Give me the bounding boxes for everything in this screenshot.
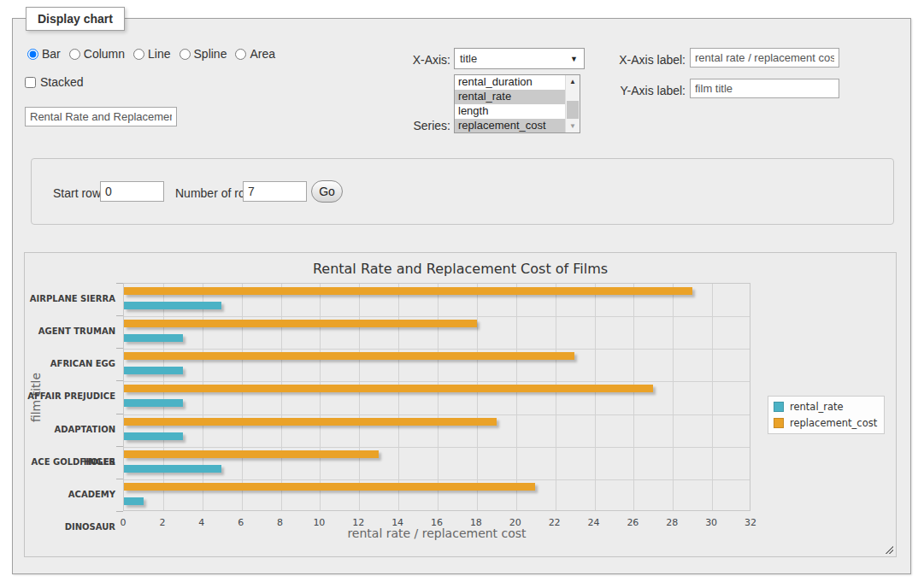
x-axis-caption: X-Axis: bbox=[389, 53, 450, 67]
x-axis-label-input[interactable] bbox=[690, 48, 839, 68]
chart-type-radio-line[interactable] bbox=[133, 49, 144, 60]
chart-type-option-spline: Spline bbox=[180, 47, 227, 61]
chevron-down-icon: ▼ bbox=[570, 55, 578, 63]
x-axis-select[interactable]: title ▼ bbox=[454, 48, 585, 69]
x-axis-selected-value: title bbox=[460, 52, 477, 65]
bar-replacement_cost-4 bbox=[124, 418, 497, 426]
gridline-v bbox=[633, 284, 634, 510]
y-axis-tick-mark bbox=[116, 380, 123, 381]
start-row-input[interactable] bbox=[100, 181, 164, 202]
bar-rental_rate-5 bbox=[124, 465, 221, 473]
gridline-v bbox=[595, 284, 596, 510]
bar-replacement_cost-2 bbox=[124, 352, 574, 360]
legend-label: replacement_cost bbox=[790, 417, 877, 429]
chart-type-label: Spline bbox=[194, 47, 227, 61]
chart-type-option-line: Line bbox=[133, 47, 170, 61]
bar-rental_rate-1 bbox=[124, 334, 183, 342]
chart-type-radio-spline[interactable] bbox=[180, 49, 191, 60]
legend-label: rental_rate bbox=[790, 401, 844, 413]
scrollbar-thumb[interactable] bbox=[567, 101, 579, 119]
resize-handle-icon[interactable] bbox=[884, 544, 893, 554]
y-axis-tick-mark bbox=[116, 348, 123, 349]
series-option-rental_duration[interactable]: rental_duration bbox=[455, 75, 565, 90]
stacked-checkbox[interactable] bbox=[25, 77, 36, 88]
series-options: rental_durationrental_ratelengthreplacem… bbox=[455, 75, 565, 132]
gridline-v bbox=[438, 284, 438, 510]
y-axis-tick-mark bbox=[116, 511, 123, 512]
chart-type-radio-area[interactable] bbox=[235, 49, 246, 60]
start-row-label: Start row: bbox=[53, 186, 104, 200]
chart-type-option-column: Column bbox=[69, 47, 125, 61]
category-label: AFRICAN EGG bbox=[26, 348, 115, 380]
category-label: AGENT TRUMAN bbox=[26, 315, 115, 348]
chart-type-label: Bar bbox=[42, 47, 61, 61]
bar-replacement_cost-1 bbox=[124, 320, 477, 327]
gridline-h bbox=[124, 447, 750, 448]
bar-replacement_cost-3 bbox=[124, 385, 653, 392]
y-axis-label-caption: Y-Axis label: bbox=[607, 84, 686, 97]
chart-type-label: Line bbox=[148, 47, 170, 61]
gridline-v bbox=[242, 284, 243, 510]
bar-rental_rate-4 bbox=[124, 432, 183, 440]
scroll-up-icon[interactable]: ▲ bbox=[566, 75, 580, 88]
gridline-v bbox=[477, 284, 478, 510]
gridline-h bbox=[124, 414, 750, 415]
series-option-replacement_cost[interactable]: replacement_cost bbox=[455, 119, 565, 132]
bar-rental_rate-2 bbox=[124, 367, 183, 374]
bar-rental_rate-6 bbox=[124, 497, 144, 505]
gridline-v bbox=[359, 284, 360, 510]
y-axis-tick-mark bbox=[116, 315, 123, 316]
scroll-down-icon[interactable]: ▼ bbox=[566, 120, 580, 132]
chart-x-axis-title: rental rate / replacement cost bbox=[123, 526, 750, 540]
gridline-v bbox=[516, 284, 517, 510]
bar-replacement_cost-5 bbox=[124, 450, 379, 458]
series-option-length[interactable]: length bbox=[455, 104, 565, 119]
series-multiselect[interactable]: rental_durationrental_ratelengthreplacem… bbox=[454, 74, 580, 133]
bar-replacement_cost-6 bbox=[124, 483, 535, 491]
gridline-v bbox=[320, 284, 321, 510]
y-axis-tick-mark bbox=[116, 283, 123, 284]
go-button[interactable]: Go bbox=[311, 180, 343, 203]
series-option-rental_rate[interactable]: rental_rate bbox=[455, 90, 565, 104]
y-axis-tick-mark bbox=[116, 414, 123, 414]
series-caption: Series: bbox=[389, 119, 450, 132]
chart-type-option-bar: Bar bbox=[27, 47, 61, 61]
chart-type-radio-column[interactable] bbox=[69, 49, 80, 60]
gridline-v bbox=[673, 284, 674, 510]
category-label: ADAPTATION HOLES bbox=[26, 414, 115, 446]
chart-legend: rental_ratereplacement_cost bbox=[768, 396, 885, 434]
bar-rental_rate-0 bbox=[124, 302, 221, 309]
gridline-v bbox=[163, 284, 164, 510]
gridline-v bbox=[203, 284, 203, 510]
chart-container: Rental Rate and Replacement Cost of Film… bbox=[24, 252, 897, 557]
category-label: AFFAIR PREJUDICE bbox=[26, 380, 115, 413]
gridline-h bbox=[124, 479, 750, 480]
gridline-v bbox=[556, 284, 556, 510]
plot-area bbox=[123, 283, 750, 511]
page: Display chart BarColumnLineSplineArea St… bbox=[0, 0, 924, 582]
y-axis-label-input[interactable] bbox=[690, 79, 839, 98]
bar-replacement_cost-0 bbox=[124, 287, 692, 295]
stacked-label: Stacked bbox=[40, 75, 84, 89]
chart-type-option-area: Area bbox=[235, 47, 275, 61]
stacked-row: Stacked bbox=[25, 75, 84, 89]
y-axis-tick-mark bbox=[116, 479, 123, 479]
number-of-rows-input[interactable] bbox=[243, 181, 307, 202]
legend-swatch bbox=[774, 418, 784, 428]
chart-type-radio-group: BarColumnLineSplineArea bbox=[27, 47, 275, 61]
chart-type-label: Column bbox=[84, 47, 125, 61]
gridline-v bbox=[281, 284, 282, 510]
gridline-h bbox=[124, 349, 750, 350]
gridline-h bbox=[124, 381, 750, 382]
legend-item-rental_rate: rental_rate bbox=[774, 401, 877, 413]
chart-type-radio-bar[interactable] bbox=[27, 49, 38, 60]
chart-title-input[interactable] bbox=[25, 107, 177, 126]
legend-item-replacement_cost: replacement_cost bbox=[774, 417, 877, 429]
chart-type-label: Area bbox=[250, 47, 275, 61]
series-scrollbar[interactable]: ▲ ▼ bbox=[565, 75, 580, 132]
gridline-v bbox=[712, 284, 713, 510]
y-axis-tick-mark bbox=[116, 446, 123, 447]
chart-title: Rental Rate and Replacement Cost of Film… bbox=[25, 261, 896, 277]
panel-title: Display chart bbox=[26, 7, 125, 31]
legend-swatch bbox=[774, 402, 784, 412]
